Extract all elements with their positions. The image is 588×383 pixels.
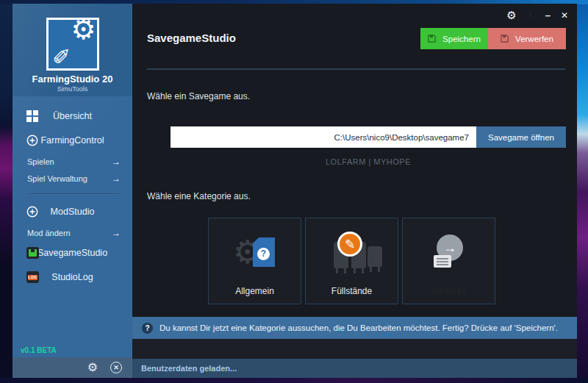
page-title: SavegameStudio — [147, 32, 236, 44]
wallpaper-left — [0, 0, 13, 383]
window-controls: ⚙ ⋮ – ✕ — [506, 9, 568, 22]
discard-button[interactable]: Verwerfen — [488, 28, 566, 49]
sidebar-menu: Übersicht FarmingControl Spielen → Spiel… — [12, 105, 132, 290]
discard-button-label: Verwerfen — [515, 35, 553, 43]
category-cards: ⚙ ? Allgemein ✎ Füllstände — [208, 218, 495, 304]
sidebar-item-studiolog[interactable]: LOG StudioLog — [12, 266, 132, 288]
dots-icon: ⋮ — [527, 9, 535, 22]
arrow-right-icon: → — [112, 154, 121, 171]
plus-circle-icon — [26, 206, 38, 218]
arrow-right-icon: → — [112, 171, 121, 187]
desktop: ⚙ ✎ FarmingStudio 20 SimuTools Übersicht — [0, 0, 588, 383]
card-label: Weiteres — [403, 286, 495, 296]
grid-icon — [26, 110, 38, 122]
app-vendor: SimuTools — [12, 85, 132, 93]
general-doc-icon: ⚙ ? — [209, 232, 301, 277]
bulb-arrow-icon: → — [403, 232, 495, 277]
edit-pencil-icon: ✎ — [337, 232, 362, 257]
sidebar-item-label: Übersicht — [53, 111, 92, 121]
discard-disk-icon — [501, 35, 509, 43]
category-section-label: Wähle eine Kategorie aus. — [147, 191, 251, 201]
save-button[interactable]: Speichern — [420, 28, 488, 49]
plus-circle-icon — [26, 135, 38, 146]
pencil-icon: ✎ — [51, 46, 73, 65]
minimize-button[interactable]: – — [545, 9, 551, 22]
app-name: FarmingStudio 20 — [12, 74, 132, 85]
card-label: Allgemein — [209, 286, 301, 296]
savegame-names: LOLFARM | MYHOPE — [171, 157, 566, 166]
lower-panel — [132, 339, 577, 359]
gear-icon: ⚙ — [71, 15, 96, 43]
version-label: v0.1 BETA — [21, 346, 57, 354]
sidebar-bottom-bar: ⚙ ✕ — [12, 357, 132, 378]
app-window: ⚙ ✎ FarmingStudio 20 SimuTools Übersicht — [12, 4, 577, 378]
settings-gear-icon[interactable]: ⚙ — [87, 362, 98, 373]
app-logo: ⚙ ✎ — [46, 18, 99, 71]
sidebar-item-label: SavegameStudio — [37, 248, 107, 258]
savegame-path-input[interactable] — [171, 126, 476, 148]
header-divider — [147, 68, 565, 70]
exit-circle-icon[interactable]: ✕ — [110, 362, 122, 373]
sidebar-item-uebersicht[interactable]: Übersicht — [12, 105, 132, 127]
savegame-section-label: Wähle ein Savegame aus. — [147, 91, 250, 101]
open-savegame-label: Savegame öffnen — [488, 133, 554, 142]
category-card-fuellstaende[interactable]: ✎ Füllstände — [305, 218, 398, 304]
help-question-icon: ? — [142, 323, 153, 334]
category-card-allgemein[interactable]: ⚙ ? Allgemein — [208, 218, 301, 304]
sidebar-item-label: Spiel Verwaltung — [27, 174, 87, 183]
close-button[interactable]: ✕ — [561, 9, 568, 22]
logo-section: ⚙ ✎ FarmingStudio 20 SimuTools — [12, 4, 132, 96]
save-disk-icon — [428, 35, 436, 43]
sidebar: ⚙ ✎ FarmingStudio 20 SimuTools Übersicht — [12, 4, 132, 378]
wallpaper-bottom — [0, 377, 588, 383]
settings-gear-icon[interactable]: ⚙ — [506, 9, 516, 22]
sidebar-item-label: Mod ändern — [27, 229, 71, 237]
save-button-label: Speichern — [442, 35, 481, 43]
arrow-right-icon: → — [112, 225, 121, 242]
sidebar-item-label: StudioLog — [51, 272, 93, 282]
category-card-weiteres[interactable]: → Weiteres — [402, 218, 495, 304]
savegame-input-row: Savegame öffnen — [171, 126, 566, 148]
open-savegame-button[interactable]: Savegame öffnen — [476, 126, 566, 148]
sidebar-item-mod-aendern[interactable]: Mod ändern → — [12, 225, 132, 242]
info-bar-text: Du kannst Dir jetzt eine Kategorie aussu… — [159, 323, 558, 332]
card-label: Füllstände — [306, 286, 398, 296]
status-text: Benutzerdaten geladen... — [141, 364, 237, 373]
sidebar-item-label: FarmingControl — [40, 135, 104, 146]
sidebar-item-savegamestudio[interactable]: SavegameStudio — [12, 242, 132, 264]
savegame-badge-icon — [26, 247, 39, 259]
fill-levels-icon: ✎ — [306, 232, 398, 277]
sidebar-item-label: ModStudio — [51, 207, 95, 217]
status-bar: Benutzerdaten geladen... — [132, 359, 577, 378]
log-badge-icon: LOG — [26, 271, 39, 283]
info-bar: ? Du kannst Dir jetzt eine Kategorie aus… — [132, 317, 577, 339]
sidebar-item-modstudio[interactable]: ModStudio — [12, 201, 132, 223]
sidebar-item-spielen[interactable]: Spielen → — [12, 154, 132, 171]
sidebar-item-farmingcontrol[interactable]: FarmingControl — [12, 129, 132, 151]
main-panel: ⚙ ⋮ – ✕ SavegameStudio Speichern — [132, 4, 577, 378]
header-buttons: Speichern Verwerfen — [420, 28, 566, 49]
sidebar-item-spiel-verwaltung[interactable]: Spiel Verwaltung → — [12, 171, 132, 187]
sidebar-item-label: Spielen — [27, 157, 54, 166]
wallpaper-right — [577, 0, 588, 383]
sidebar-divider — [29, 193, 119, 195]
